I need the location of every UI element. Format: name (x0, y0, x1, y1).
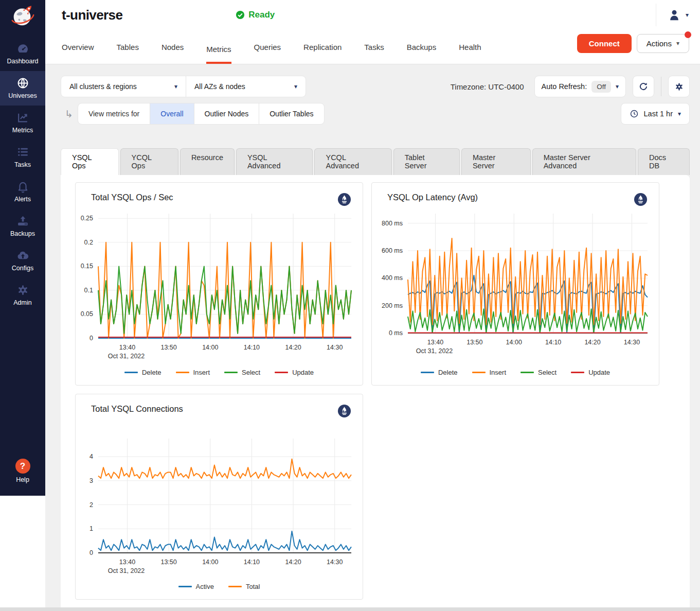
legend-item-delete[interactable]: Delete (421, 369, 458, 376)
legend-swatch (224, 372, 238, 373)
hook-arrow-icon: ↳ (65, 108, 73, 120)
x-axis-date-label: Oct 31, 2022 (108, 353, 145, 360)
universe-nav-tabs: Overview Tables Nodes Metrics Queries Re… (62, 30, 481, 64)
legend-item-update[interactable]: Update (571, 369, 610, 376)
bell-icon (16, 180, 29, 193)
chart-legend: DeleteInsertSelectUpdate (372, 369, 659, 385)
cluster-region-select[interactable]: All clusters & regions ▾ (61, 76, 186, 97)
sidebar-item-universes[interactable]: Universes (0, 71, 45, 106)
sidebar-item-label: Admin (13, 299, 31, 306)
y-tick-label: 400 ms (382, 274, 403, 282)
view-metrics-label: View metrics for (78, 103, 150, 124)
timezone-label: Timezone: UTC-0400 (451, 82, 524, 91)
chevron-down-icon: ▾ (678, 110, 681, 117)
app-logo-icon[interactable] (9, 3, 37, 32)
sidebar-item-alerts[interactable]: Alerts (0, 174, 45, 209)
az-node-select[interactable]: All AZs & nodes ▾ (186, 76, 306, 97)
sidebar: Dashboard Universes Metrics Tasks Alerts… (0, 0, 45, 496)
sidebar-item-label: Metrics (12, 127, 33, 134)
clock-icon (630, 109, 639, 118)
legend-item-active[interactable]: Active (178, 583, 214, 590)
legend-item-update[interactable]: Update (275, 369, 314, 376)
sidebar-item-help[interactable]: ? Help (15, 459, 30, 483)
sidebar-item-tasks[interactable]: Tasks (0, 140, 45, 174)
tab-queries[interactable]: Queries (254, 43, 281, 64)
legend-item-total[interactable]: Total (228, 583, 260, 590)
view-option-outlier-tables[interactable]: Outlier Tables (259, 103, 324, 124)
y-tick-label: 2 (89, 501, 93, 509)
sidebar-item-label: Alerts (14, 196, 31, 203)
refresh-icon (638, 81, 649, 92)
tab-tasks[interactable]: Tasks (364, 43, 384, 64)
y-tick-label: 0 (89, 549, 93, 556)
legend-item-select[interactable]: Select (224, 369, 260, 376)
sidebar-item-dashboard[interactable]: Dashboard (0, 37, 45, 71)
x-tick-label: 14:30 (327, 344, 343, 351)
x-tick-label: 13:40 (119, 344, 135, 351)
connect-button[interactable]: Connect (577, 34, 632, 53)
chart-legend: ActiveTotal (76, 583, 363, 599)
user-menu[interactable]: ▾ (656, 4, 700, 26)
prometheus-icon[interactable] (337, 193, 351, 208)
tab-metrics[interactable]: Metrics (206, 45, 231, 64)
tab-health[interactable]: Health (459, 43, 481, 64)
legend-item-delete[interactable]: Delete (124, 369, 161, 376)
y-tick-label: 4 (89, 453, 93, 460)
legend-swatch (571, 372, 584, 373)
chart-canvas[interactable]: 13:40Oct 31, 202213:5014:0014:1014:2014:… (76, 434, 363, 577)
divider (661, 77, 661, 96)
chart-canvas[interactable]: 13:40Oct 31, 202213:5014:0014:1014:2014:… (372, 210, 659, 358)
x-tick-label: 13:50 (466, 339, 482, 346)
metric-tab-ycql-ops[interactable]: YCQL Ops (120, 148, 178, 175)
legend-item-select[interactable]: Select (520, 369, 557, 376)
metric-tab-master-server[interactable]: Master Server (461, 148, 531, 175)
sidebar-item-backups[interactable]: Backups (0, 209, 45, 243)
metric-tab-ysql-ops[interactable]: YSQL Ops (61, 148, 119, 175)
tab-overview[interactable]: Overview (62, 43, 94, 64)
settings-button[interactable] (668, 76, 690, 97)
chart-card-total-ysql-ops: Total YSQL Ops / Sec 13:40Oct 31, 202213… (75, 182, 363, 386)
tab-nodes[interactable]: Nodes (161, 43, 184, 64)
auto-refresh-control[interactable]: Auto Refresh: Off ▾ (534, 76, 626, 97)
y-tick-label: 0.2 (84, 239, 93, 246)
metric-tab-ycql-advanced[interactable]: YCQL Advanced (314, 148, 391, 175)
legend-label: Total (246, 583, 260, 590)
x-tick-label: 14:00 (202, 558, 218, 566)
metric-tab-docs-db[interactable]: Docs DB (638, 148, 690, 175)
legend-label: Delete (438, 369, 458, 376)
chart-plot: 13:40Oct 31, 202213:5014:0014:1014:2014:… (76, 434, 356, 577)
x-tick-label: 13:40 (427, 339, 443, 346)
x-tick-label: 14:20 (584, 339, 600, 346)
metric-tab-bar: YSQL Ops YCQL Ops Resource YSQL Advanced… (61, 148, 690, 175)
metric-tab-tablet-server[interactable]: Tablet Server (393, 148, 460, 175)
tab-backups[interactable]: Backups (407, 43, 437, 64)
legend-label: Select (538, 369, 557, 376)
tab-replication[interactable]: Replication (303, 43, 342, 64)
legend-swatch (275, 372, 288, 373)
y-tick-label: 0.05 (81, 310, 93, 318)
metric-tab-master-server-advanced[interactable]: Master Server Advanced (532, 148, 636, 175)
legend-swatch (421, 372, 434, 373)
chart-plot: 13:40Oct 31, 202213:5014:0014:1014:2014:… (76, 210, 356, 362)
actions-button[interactable]: Actions ▾ (637, 34, 689, 53)
sidebar-item-configs[interactable]: Configs (0, 243, 45, 278)
chart-canvas[interactable]: 13:40Oct 31, 202213:5014:0014:1014:2014:… (76, 210, 363, 362)
tab-tables[interactable]: Tables (117, 43, 139, 64)
view-option-outlier-nodes[interactable]: Outlier Nodes (194, 103, 259, 124)
prometheus-icon[interactable] (634, 193, 648, 208)
view-option-overall[interactable]: Overall (150, 103, 193, 124)
refresh-button[interactable] (633, 76, 654, 97)
sidebar-item-metrics[interactable]: Metrics (0, 106, 45, 140)
legend-label: Delete (142, 369, 161, 376)
legend-item-insert[interactable]: Insert (176, 369, 210, 376)
metric-tab-ysql-advanced[interactable]: YSQL Advanced (236, 148, 313, 175)
prometheus-icon[interactable] (337, 404, 351, 420)
series-line-active (98, 531, 351, 550)
x-tick-label: 13:50 (160, 344, 176, 351)
legend-item-insert[interactable]: Insert (472, 369, 507, 376)
x-tick-label: 14:00 (202, 344, 218, 351)
y-tick-label: 0.1 (84, 287, 93, 294)
sidebar-item-admin[interactable]: Admin (0, 278, 45, 312)
metric-tab-resource[interactable]: Resource (180, 148, 235, 175)
time-range-select[interactable]: Last 1 hr ▾ (621, 103, 690, 125)
